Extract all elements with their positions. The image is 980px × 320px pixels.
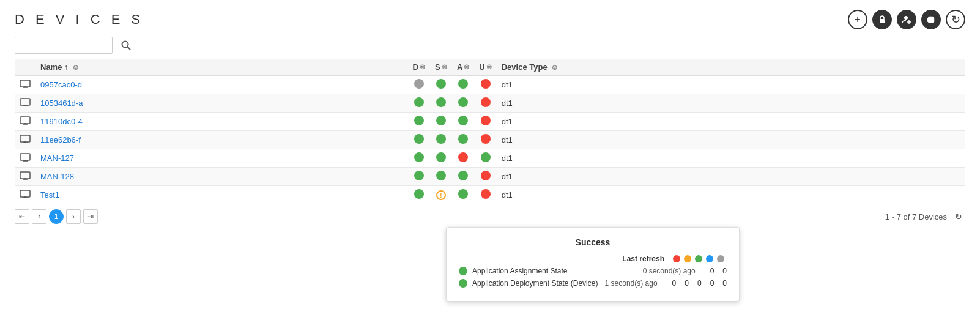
prev-page-button[interactable]: ‹ xyxy=(32,209,46,224)
col-u-dot xyxy=(474,149,496,168)
dot-green xyxy=(414,152,424,162)
tooltip-popup: Success Last refresh Application Assignm… xyxy=(446,227,740,229)
col-d-dot xyxy=(408,168,430,186)
dot-red xyxy=(481,116,491,125)
pagination-bar: ⇤ ‹ 1 › ⇥ 1 - 7 of 7 Devices ↻ xyxy=(0,204,980,229)
table-row: Test1!dt1 xyxy=(15,186,965,204)
dot-green xyxy=(458,116,468,125)
page-1-button[interactable]: 1 xyxy=(49,209,64,224)
dot-green xyxy=(436,171,446,180)
device-name[interactable]: MAN-128 xyxy=(35,168,408,186)
svg-point-1 xyxy=(904,16,908,20)
device-name[interactable]: Test1 xyxy=(35,186,408,204)
dot-green xyxy=(414,116,424,125)
col-d-dot xyxy=(408,113,430,131)
col-u-dot xyxy=(474,131,496,149)
record-button[interactable]: ⏺ xyxy=(921,10,941,29)
dot-green xyxy=(458,79,468,89)
device-row-icon xyxy=(15,186,35,204)
dot-red xyxy=(481,79,491,89)
dot-green xyxy=(458,97,468,107)
col-a-dot xyxy=(452,113,474,131)
table-row: 1053461d-adt1 xyxy=(15,94,965,113)
s-filter-icon[interactable]: ⊜ xyxy=(442,63,447,71)
dot-green xyxy=(481,152,491,162)
lock-button[interactable] xyxy=(872,10,892,29)
search-input[interactable] xyxy=(15,37,113,54)
col-a-dot xyxy=(452,186,474,204)
col-d-dot xyxy=(408,94,430,113)
dot-green xyxy=(436,97,446,107)
col-device-type: Device Type ⊜ xyxy=(497,59,965,76)
col-s-dot xyxy=(430,113,452,131)
search-button[interactable] xyxy=(117,37,135,54)
dot-red xyxy=(481,189,491,199)
col-d-dot xyxy=(408,186,430,204)
dot-red xyxy=(481,97,491,107)
dot-green xyxy=(458,189,468,199)
dot-red xyxy=(458,152,468,162)
d-filter-icon[interactable]: ⊜ xyxy=(420,63,425,71)
table-container: Name ↑ ⊜ D ⊜ S ⊜ A ⊜ xyxy=(0,59,980,204)
dot-green xyxy=(436,152,446,162)
u-filter-icon[interactable]: ⊜ xyxy=(486,63,492,71)
add-user-button[interactable] xyxy=(897,10,916,29)
svg-rect-21 xyxy=(20,172,30,179)
col-d: D ⊜ xyxy=(408,59,430,76)
dot-red xyxy=(481,171,491,180)
dot-green xyxy=(414,171,424,180)
svg-rect-24 xyxy=(20,190,30,197)
device-row-icon xyxy=(15,168,35,186)
col-icon xyxy=(15,59,35,76)
col-a-dot xyxy=(452,131,474,149)
name-filter-icon[interactable]: ⊜ xyxy=(73,64,78,71)
pagination-text: 1 - 7 of 7 Devices xyxy=(885,212,947,221)
device-type: dt1 xyxy=(497,94,965,113)
dot-green xyxy=(436,134,446,144)
device-row-icon xyxy=(15,131,35,149)
dot-gray xyxy=(414,79,424,89)
dot-green xyxy=(414,134,424,144)
first-page-button[interactable]: ⇤ xyxy=(15,209,29,224)
col-s-dot xyxy=(430,149,452,168)
col-s-dot xyxy=(430,76,452,94)
add-button[interactable]: + xyxy=(848,10,867,29)
device-name[interactable]: 11910dc0-4 xyxy=(35,113,408,131)
last-page-button[interactable]: ⇥ xyxy=(83,209,98,224)
device-type: dt1 xyxy=(497,113,965,131)
col-s-dot xyxy=(430,168,452,186)
dot-green xyxy=(414,189,424,199)
col-d-dot xyxy=(408,76,430,94)
device-type-filter-icon[interactable]: ⊜ xyxy=(552,64,557,71)
dot-green xyxy=(458,134,468,144)
col-a-dot xyxy=(452,94,474,113)
device-name[interactable]: MAN-127 xyxy=(35,149,408,168)
device-type: dt1 xyxy=(497,168,965,186)
device-row-icon xyxy=(15,113,35,131)
next-page-button[interactable]: › xyxy=(66,209,81,224)
svg-point-4 xyxy=(122,42,128,48)
dot-green xyxy=(414,97,424,107)
col-u-dot xyxy=(474,186,496,204)
a-filter-icon[interactable]: ⊜ xyxy=(464,63,469,71)
col-s-dot: ! xyxy=(430,186,452,204)
col-u-dot xyxy=(474,168,496,186)
search-bar xyxy=(0,34,980,59)
table-refresh-button[interactable]: ↻ xyxy=(952,210,965,223)
device-name[interactable]: 1053461d-a xyxy=(35,94,408,113)
dot-green xyxy=(436,116,446,125)
device-name[interactable]: 11ee62b6-f xyxy=(35,131,408,149)
col-u-dot xyxy=(474,113,496,131)
table-header-row: Name ↑ ⊜ D ⊜ S ⊜ A ⊜ xyxy=(15,59,965,76)
table-row: MAN-128dt1 xyxy=(15,168,965,186)
global-refresh-button[interactable]: ↻ xyxy=(946,10,965,29)
col-name: Name ↑ ⊜ xyxy=(35,59,408,76)
col-u-dot xyxy=(474,76,496,94)
svg-line-5 xyxy=(128,47,131,50)
device-type: dt1 xyxy=(497,149,965,168)
col-s-dot xyxy=(430,131,452,149)
device-name[interactable]: 0957cac0-d xyxy=(35,76,408,94)
device-type: dt1 xyxy=(497,186,965,204)
table-row: 0957cac0-ddt1 xyxy=(15,76,965,94)
dot-green xyxy=(436,79,446,89)
